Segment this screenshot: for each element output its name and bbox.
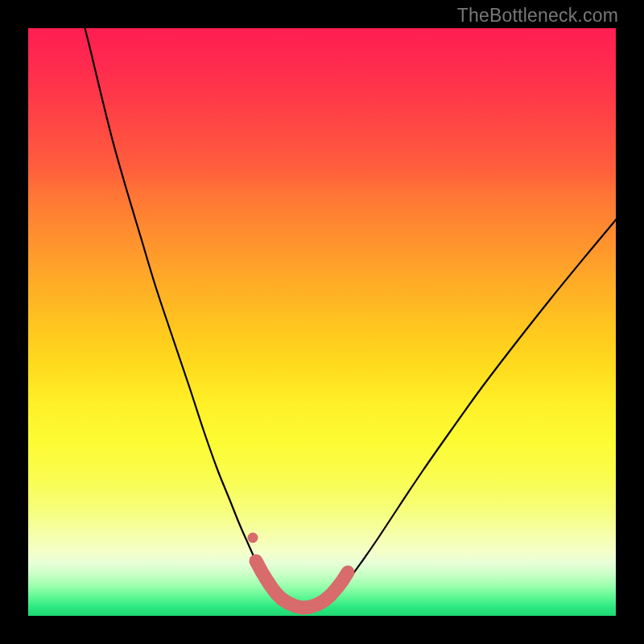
valley-marker-band xyxy=(256,561,348,608)
isolated-marker-dot xyxy=(248,533,258,543)
v-curve-line xyxy=(83,28,616,609)
watermark-text: TheBottleneck.com xyxy=(457,5,618,27)
isolated-marker-group xyxy=(248,533,258,543)
valley-marker-group xyxy=(256,561,348,608)
plot-area xyxy=(28,28,616,616)
curve-overlay xyxy=(28,28,616,616)
chart-frame: TheBottleneck.com xyxy=(0,0,644,644)
